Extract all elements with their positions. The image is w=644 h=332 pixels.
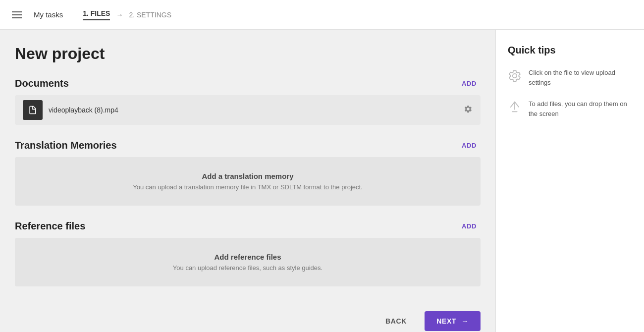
- document-file-icon: [28, 105, 38, 115]
- quick-tips-title: Quick tips: [508, 45, 632, 56]
- tip-item-1: Click on the file to view upload setting…: [508, 68, 632, 87]
- documents-section-header: Documents ADD: [15, 78, 481, 89]
- step-arrow: →: [116, 11, 123, 19]
- reference-files-empty-desc: You can upload reference files, such as …: [25, 264, 471, 272]
- nav-steps: 1. FILES → 2. SETTINGS: [83, 9, 171, 20]
- reference-files-add-button[interactable]: ADD: [458, 221, 481, 232]
- menu-icon[interactable]: [10, 9, 24, 20]
- next-button[interactable]: NEXT →: [425, 311, 481, 331]
- settings-tip-icon: [508, 69, 522, 83]
- main-layout: New project Documents ADD videoplayback …: [0, 30, 644, 332]
- translation-memories-section: Translation Memories ADD Add a translati…: [15, 140, 481, 206]
- content-area: New project Documents ADD videoplayback …: [0, 30, 495, 332]
- reference-files-header: Reference files ADD: [15, 221, 481, 232]
- my-tasks-link[interactable]: My tasks: [34, 10, 63, 19]
- translation-memories-empty-title: Add a translation memory: [25, 172, 471, 180]
- reference-files-empty: Add reference files You can upload refer…: [15, 238, 481, 286]
- translation-memories-empty-desc: You can upload a translation memory file…: [25, 183, 471, 191]
- documents-section: Documents ADD videoplayback (8).mp4: [15, 78, 481, 125]
- step2-label[interactable]: 2. SETTINGS: [129, 11, 171, 19]
- next-arrow-icon: →: [461, 317, 469, 325]
- tip-text-1: Click on the file to view upload setting…: [529, 68, 632, 87]
- step1-label[interactable]: 1. FILES: [83, 9, 110, 20]
- tip-text-2: To add files, you can drop them on the s…: [529, 99, 632, 118]
- translation-memories-header: Translation Memories ADD: [15, 140, 481, 151]
- reference-files-empty-title: Add reference files: [25, 253, 471, 261]
- reference-files-title: Reference files: [15, 221, 85, 232]
- translation-memories-add-button[interactable]: ADD: [458, 140, 481, 151]
- header: My tasks 1. FILES → 2. SETTINGS: [0, 0, 644, 30]
- back-button[interactable]: BACK: [377, 313, 415, 329]
- next-label: NEXT: [436, 317, 456, 325]
- document-item[interactable]: videoplayback (8).mp4: [15, 95, 481, 125]
- gear-icon[interactable]: [464, 105, 473, 115]
- sidebar: Quick tips Click on the file to view upl…: [495, 30, 644, 332]
- document-name: videoplayback (8).mp4: [49, 106, 458, 114]
- page-title: New project: [15, 45, 481, 63]
- reference-files-section: Reference files ADD Add reference files …: [15, 221, 481, 286]
- tip-item-2: To add files, you can drop them on the s…: [508, 99, 632, 118]
- translation-memories-empty: Add a translation memory You can upload …: [15, 157, 481, 206]
- footer-actions: BACK NEXT →: [15, 301, 481, 332]
- translation-memories-title: Translation Memories: [15, 140, 117, 151]
- drop-tip-icon: [508, 100, 522, 114]
- document-icon-box: [23, 100, 43, 120]
- documents-title: Documents: [15, 78, 69, 89]
- documents-add-button[interactable]: ADD: [458, 78, 481, 89]
